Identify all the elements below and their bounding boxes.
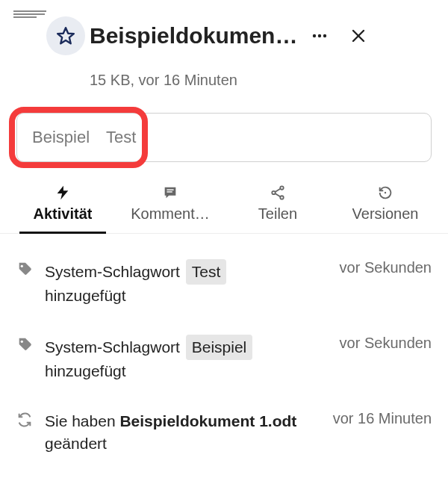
more-actions-button[interactable]: [303, 19, 336, 52]
activity-list: System-Schlagwort Test hinzugefügt vor S…: [0, 234, 448, 456]
favorite-button[interactable]: [46, 16, 85, 55]
close-icon: [349, 27, 367, 45]
tag-icon: [16, 336, 33, 353]
svg-line-12: [275, 189, 280, 193]
header: Beispieldokumen… 15 KB, vor 16 Minuten: [0, 0, 448, 89]
star-icon: [56, 26, 75, 46]
tab-versions[interactable]: Versionen: [332, 177, 439, 233]
tab-label: Komment…: [131, 205, 210, 223]
tab-label: Teilen: [258, 205, 297, 223]
activity-time: vor 16 Minuten: [327, 410, 432, 427]
svg-line-13: [275, 193, 280, 197]
activity-item: System-Schlagwort Test hinzugefügt vor S…: [16, 259, 432, 308]
close-button[interactable]: [342, 19, 375, 52]
svg-point-2: [318, 34, 321, 37]
tag-chip[interactable]: Beispiel: [28, 128, 94, 147]
activity-tag-pill: Test: [186, 259, 227, 285]
more-icon: [311, 27, 329, 45]
sync-icon: [16, 412, 33, 428]
restore-icon: [377, 184, 393, 201]
activity-time: vor Sekunden: [334, 259, 432, 276]
tab-activity[interactable]: Aktivität: [9, 177, 116, 233]
activity-item: System-Schlagwort Beispiel hinzugefügt v…: [16, 335, 432, 383]
svg-rect-7: [167, 189, 173, 190]
file-title: Beispieldokumen…: [90, 23, 297, 49]
share-icon: [270, 184, 286, 201]
activity-item: Sie haben Beispieldokument 1.odt geänder…: [16, 410, 432, 456]
svg-point-16: [21, 341, 23, 343]
activity-time: vor Sekunden: [334, 335, 432, 352]
svg-point-15: [21, 265, 23, 267]
activity-filename: Beispieldokument 1.odt: [119, 412, 296, 429]
tag-icon: [16, 261, 33, 277]
tab-comments[interactable]: Komment…: [116, 177, 224, 233]
svg-point-1: [313, 34, 316, 37]
activity-text: Sie haben: [45, 412, 119, 429]
file-meta: 15 KB, vor 16 Minuten: [90, 72, 433, 89]
activity-text: System-Schlagwort: [45, 263, 180, 280]
tab-label: Aktivität: [34, 205, 93, 223]
activity-tag-pill: Beispiel: [186, 335, 253, 360]
svg-marker-0: [57, 28, 74, 43]
tab-share[interactable]: Teilen: [224, 177, 332, 233]
tabs: Aktivität Komment… Teilen Versionen: [0, 177, 448, 234]
comment-icon: [162, 184, 178, 201]
svg-marker-6: [57, 186, 69, 199]
activity-text: hinzugefügt: [45, 362, 126, 379]
lightning-icon: [55, 184, 71, 201]
tags-input[interactable]: Beispiel Test: [16, 113, 432, 162]
activity-text: hinzugefügt: [45, 287, 126, 304]
svg-rect-8: [167, 191, 172, 192]
tab-label: Versionen: [352, 205, 419, 223]
tag-chip[interactable]: Test: [102, 128, 140, 147]
details-panel: Beispieldokumen… 15 KB, vor 16 Minuten B…: [0, 0, 448, 456]
svg-point-3: [323, 34, 326, 37]
svg-point-14: [385, 192, 386, 193]
activity-text: System-Schlagwort: [45, 338, 180, 356]
activity-text: geändert: [45, 435, 107, 452]
